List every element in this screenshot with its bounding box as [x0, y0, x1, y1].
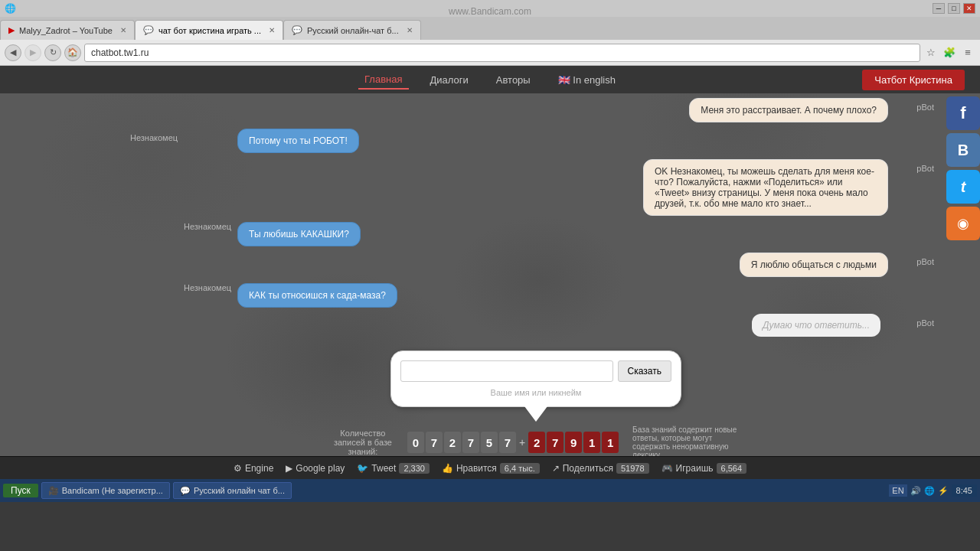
nav-dialogs[interactable]: Диалоги [424, 71, 475, 89]
bot-label-5: pBot [916, 257, 934, 266]
tray-icon-1: 🔊 [910, 486, 921, 496]
digit-h2: 9 [565, 432, 582, 453]
nav-home[interactable]: Главная [358, 70, 408, 90]
bot-bubble-3: OK Незнакомец, ты можешь сделать для мен… [643, 159, 888, 216]
refresh-button[interactable]: ↻ [44, 44, 61, 61]
browser-icon: 🌐 [5, 3, 16, 14]
bot-label-1: pBot [916, 103, 934, 112]
taskbar-chat[interactable]: 💬 Русский онлайн чат б... [173, 482, 292, 499]
tab-close-chatbot[interactable]: ✕ [269, 26, 275, 34]
share-count: 51978 [616, 463, 649, 474]
tabs-bar: ▶ Malyy_Zadrot – YouTube ✕ 💬 чат бот кри… [0, 17, 980, 40]
tab-close-russian[interactable]: ✕ [407, 26, 413, 34]
tray-icon-2: 🌐 [924, 486, 935, 496]
menu-icon[interactable]: ≡ [960, 45, 975, 60]
engine-label: Engine [245, 463, 273, 474]
address-icons: ☆ 🧩 ≡ [923, 45, 975, 60]
message-7: Думаю что ответить... pBot [138, 314, 934, 337]
clock-time: 8:45 [956, 486, 972, 495]
tab-favicon: ▶ [8, 25, 15, 35]
window-controls: ─ □ ✕ [933, 3, 975, 14]
start-button[interactable]: Пуск [3, 484, 38, 497]
google-play-icon: ▶ [286, 463, 292, 474]
twitter-icon: 🐦 [357, 463, 368, 474]
name-hint: Ваше имя или никнейм [400, 388, 671, 397]
digit-h0: 2 [528, 432, 545, 453]
user-label-2: Незнакомец [130, 133, 178, 142]
taskbar-bandicam-label: Bandicam (Не зарегистр... [62, 486, 163, 495]
taskbar-chat-label: Русский онлайн чат б... [194, 486, 285, 495]
play-icon: 🎮 [662, 463, 673, 474]
tab-label: Русский онлайн-чат б... [307, 26, 399, 35]
chatbot-button[interactable]: Чатбот Кристина [862, 70, 965, 90]
input-wrapper: Сказать Ваше имя или никнейм [138, 343, 934, 415]
title-bar: 🌐 www.Bandicam.com ─ □ ✕ [0, 0, 980, 17]
user-bubble-6: КАК ты относишся к сада-маза? [237, 283, 397, 308]
addon-icon[interactable]: 🧩 [942, 45, 957, 60]
knowledge-area: Количество записей в базе знаний: 0 7 2 … [138, 425, 934, 456]
tab-label: чат бот кристина играть ... [158, 26, 261, 35]
home-button[interactable]: 🏠 [64, 44, 81, 61]
bot-bubble-5: Я люблю общаться с людьми [740, 253, 888, 277]
tweet-button[interactable]: 🐦 Tweet 2,330 [357, 463, 430, 474]
play-label: Играишь [676, 463, 714, 474]
share-icon: ↗ [552, 463, 560, 474]
plus-sign: + [519, 436, 525, 448]
tweet-count: 2,330 [399, 463, 430, 474]
digit-h4: 1 [602, 432, 619, 453]
digit-4: 5 [481, 432, 498, 453]
bot-label-7: pBot [916, 318, 934, 328]
nav-authors[interactable]: Авторы [490, 71, 537, 89]
address-bar: ◀ ▶ ↻ 🏠 ☆ 🧩 ≡ [0, 40, 980, 66]
share-label: Поделиться [563, 463, 613, 474]
close-button[interactable]: ✕ [963, 3, 975, 14]
message-5: Я люблю общаться с людьми pBot [138, 253, 934, 277]
message-4: Незнакомец Ты любишь КАКАШКИ? [138, 222, 934, 246]
tab-label: Malyy_Zadrot – YouTube [19, 26, 113, 35]
digit-1: 7 [426, 432, 443, 453]
input-row: Сказать [400, 360, 671, 382]
nav-english[interactable]: 🇬🇧 In english [552, 71, 622, 89]
site-nav: Главная Диалоги Авторы 🇬🇧 In english Чат… [0, 66, 980, 93]
tab-favicon: 💬 [143, 25, 154, 35]
engine-link[interactable]: ⚙ Engine [234, 463, 273, 474]
tab-close-youtube[interactable]: ✕ [120, 26, 126, 34]
knowledge-note: База знаний содержит новые ответы, котор… [632, 425, 747, 456]
user-label-4: Незнакомец [184, 222, 231, 231]
bot-label-3: pBot [916, 164, 934, 173]
knowledge-label: Количество записей в базе знаний: [325, 429, 401, 456]
tab-chatbot[interactable]: 💬 чат бот кристина играть ... ✕ [135, 20, 283, 40]
message-1: Меня это расстраивает. А почему плохо? p… [138, 98, 934, 122]
maximize-button[interactable]: □ [948, 3, 960, 14]
google-play-label: Google play [296, 463, 345, 474]
share-button[interactable]: ↗ Поделиться 51978 [552, 463, 649, 474]
star-icon[interactable]: ☆ [923, 45, 939, 60]
site-footer: ⚙ Engine ▶ Google play 🐦 Tweet 2,330 👍 Н… [0, 456, 980, 479]
tab-favicon: 💬 [292, 25, 302, 35]
address-input[interactable] [84, 44, 920, 62]
tab-russian-chat[interactable]: 💬 Русский онлайн-чат б... ✕ [283, 20, 421, 40]
bandicam-watermark: www.Bandicam.com [449, 6, 531, 17]
minimize-button[interactable]: ─ [933, 3, 945, 14]
google-play-link[interactable]: ▶ Google play [286, 463, 345, 474]
send-button[interactable]: Сказать [618, 360, 671, 382]
browser-window: 🌐 www.Bandicam.com ─ □ ✕ ▶ Malyy_Zadrot … [0, 0, 980, 502]
taskbar-bandicam[interactable]: 🎥 Bandicam (Не зарегистр... [41, 482, 170, 499]
back-button[interactable]: ◀ [5, 44, 21, 61]
user-bubble-2: Потому что ты РОБОТ! [237, 129, 359, 153]
message-3: OK Незнакомец, ты можешь сделать для мен… [138, 159, 934, 216]
title-bar-left: 🌐 [5, 3, 16, 14]
tweet-label: Tweet [371, 463, 396, 474]
message-6: Незнакомец КАК ты относишся к сада-маза? [138, 283, 934, 308]
digit-h3: 1 [583, 432, 600, 453]
tab-youtube[interactable]: ▶ Malyy_Zadrot – YouTube ✕ [0, 20, 135, 40]
like-count: 6,4 тыс. [500, 463, 540, 474]
taskbar: Пуск 🎥 Bandicam (Не зарегистр... 💬 Русск… [0, 479, 980, 502]
play-button[interactable]: 🎮 Играишь 6,564 [662, 463, 746, 474]
message-2: Незнакомец Потому что ты РОБОТ! [138, 129, 934, 153]
message-input[interactable] [400, 360, 613, 382]
digit-0: 0 [407, 432, 424, 453]
chat-taskbar-icon: 💬 [180, 486, 191, 496]
like-button[interactable]: 👍 Нравится 6,4 тыс. [442, 463, 540, 474]
forward-button[interactable]: ▶ [24, 44, 41, 61]
